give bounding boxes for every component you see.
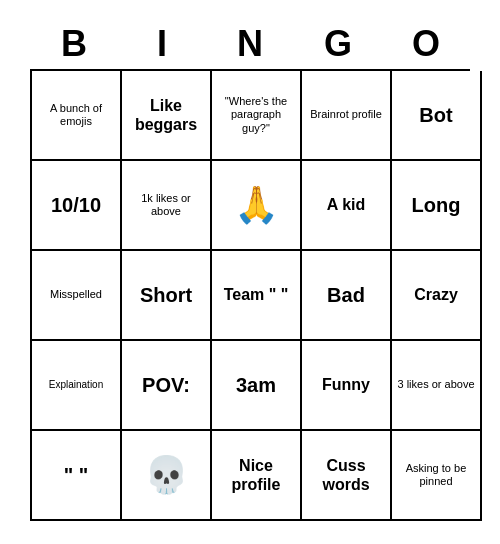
- bingo-cell: 10/10: [32, 161, 122, 251]
- bingo-card: BINGO A bunch of emojisLike beggars"Wher…: [20, 13, 480, 531]
- bingo-cell: Long: [392, 161, 482, 251]
- bingo-cell: 1k likes or above: [122, 161, 212, 251]
- bingo-cell: Brainrot profile: [302, 71, 392, 161]
- bingo-cell: " ": [32, 431, 122, 521]
- header-letter: O: [383, 23, 469, 65]
- header-letter: N: [207, 23, 293, 65]
- bingo-cell: 💀: [122, 431, 212, 521]
- bingo-cell: POV:: [122, 341, 212, 431]
- bingo-cell: "Where's the paragraph guy?": [212, 71, 302, 161]
- bingo-cell: Misspelled: [32, 251, 122, 341]
- bingo-cell: Explaination: [32, 341, 122, 431]
- bingo-cell: Cuss words: [302, 431, 392, 521]
- bingo-cell: 3 likes or above: [392, 341, 482, 431]
- bingo-cell: Like beggars: [122, 71, 212, 161]
- bingo-cell: Bot: [392, 71, 482, 161]
- bingo-cell: 3am: [212, 341, 302, 431]
- bingo-cell: Funny: [302, 341, 392, 431]
- bingo-cell: Nice profile: [212, 431, 302, 521]
- bingo-cell: Short: [122, 251, 212, 341]
- header-letter: G: [295, 23, 381, 65]
- header-letter: I: [119, 23, 205, 65]
- header-letter: B: [31, 23, 117, 65]
- bingo-cell: A bunch of emojis: [32, 71, 122, 161]
- bingo-cell: Crazy: [392, 251, 482, 341]
- bingo-cell: Bad: [302, 251, 392, 341]
- bingo-grid: A bunch of emojisLike beggars"Where's th…: [30, 69, 470, 521]
- bingo-cell: A kid: [302, 161, 392, 251]
- bingo-cell: Asking to be pinned: [392, 431, 482, 521]
- bingo-cell: 🙏: [212, 161, 302, 251]
- bingo-header: BINGO: [30, 23, 470, 65]
- bingo-cell: Team " ": [212, 251, 302, 341]
